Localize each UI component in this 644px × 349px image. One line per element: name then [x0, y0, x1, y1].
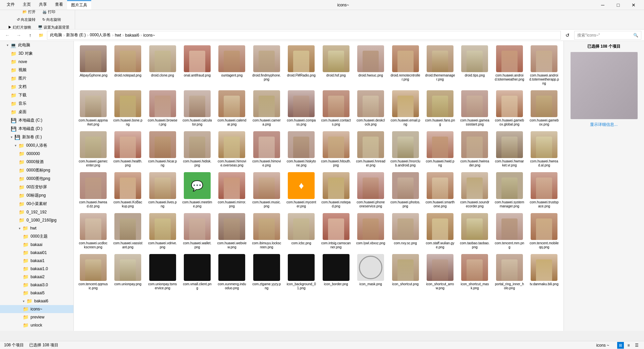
sidebar-item-bakaai6[interactable]: ▾📁bakaai6 [0, 297, 73, 305]
file-item[interactable]: com.icbc.png [285, 211, 318, 251]
sidebar-item-0000biaoqing[interactable]: 📁0000图标png [0, 166, 73, 174]
sidebar-item-bakaai3-0[interactable]: 📁bakaai3.0 [0, 281, 73, 289]
file-item[interactable]: com.huawei.hwread.dz.png [76, 170, 110, 210]
file-item[interactable]: icon_mask.png [354, 252, 387, 292]
sidebar-item-preview[interactable]: 📁preview [0, 313, 73, 321]
file-item[interactable]: com.huawei.hicar.png [146, 130, 179, 169]
file-item[interactable]: com.huawei.hwmarket.vr.png [493, 130, 526, 169]
file-item[interactable]: com.huawei.vassistant.png [111, 211, 144, 251]
file-item[interactable]: com.huawei.vdrive.png [146, 211, 179, 251]
file-item[interactable]: com.huawei.KoBackup.png [111, 170, 144, 210]
sidebar-item-video[interactable]: 📁视频 [0, 66, 73, 74]
file-item[interactable]: com.huawei.lives.png [146, 170, 179, 210]
file-item[interactable]: com.huawei.hwid.png [423, 130, 457, 169]
file-item[interactable]: com.huawei.android.totemwetherapp.png [528, 44, 561, 87]
file-item[interactable]: com.huawei.hidisk.png [180, 130, 214, 169]
back-button[interactable]: ← [3, 31, 12, 40]
file-item[interactable]: com.huawei.fans.png [423, 89, 457, 128]
file-item[interactable]: com.staff.wulian.gye.png [423, 211, 457, 251]
file-item[interactable]: com.huawei.gamebox.png [528, 89, 561, 128]
sidebar-item-0_192_192[interactable]: 📁0_192_192 [0, 208, 73, 216]
sidebar-item-bakaai1-0[interactable]: 📁bakaai1.0 [0, 265, 73, 273]
file-item[interactable]: droid.hwouc.png [354, 44, 387, 87]
sidebar-item-bakaai2[interactable]: 📁bakaai2 [0, 273, 73, 281]
file-item[interactable]: portal_ring_inner_holo.png [493, 252, 526, 292]
refresh-button[interactable]: ↺ [563, 31, 572, 40]
breadcrumb-drive[interactable]: 新加卷 (E:) [66, 32, 86, 38]
file-item[interactable]: icon_border.png [319, 252, 353, 292]
file-item[interactable]: com.huawei.smarthome.png [423, 170, 457, 210]
breadcrumb-folder4[interactable]: icons~ [143, 33, 155, 38]
minimize-button[interactable]: ─ [595, 0, 610, 10]
file-item[interactable]: com.huawei.gamebox.global.png [493, 89, 526, 128]
file-item[interactable]: droid.notepad.png [111, 44, 144, 87]
file-item[interactable]: com.huawei.wallet.png [180, 211, 214, 251]
print-button[interactable]: 🖨️ 打印 [40, 9, 58, 15]
close-button[interactable]: ✕ [626, 0, 641, 10]
set-wallpaper-button[interactable]: 🖥️ 设置为桌面背景 [35, 24, 72, 31]
file-item[interactable]: com.huawei.mirror.png [215, 170, 249, 210]
sidebar-item-bakaai[interactable]: 📁bakaai [0, 241, 73, 249]
ribbon-tab-view[interactable]: 查看 [51, 0, 67, 9]
file-item[interactable]: com.tencent.qqmusic.png [76, 252, 110, 292]
file-item[interactable]: com.huawei.soundrecorder.png [458, 170, 491, 210]
file-item[interactable]: com.huawei.himovie.overseas.png [215, 130, 249, 169]
file-item[interactable]: com.unionpay.tsmservice.png [146, 252, 179, 292]
file-item[interactable]: com.huawei.photos.png [389, 170, 422, 210]
file-item[interactable]: com.vmall.client.png [180, 252, 214, 292]
file-item[interactable]: com.ztgame.yyzy.png [250, 252, 283, 292]
file-item[interactable]: com.huawei.music.png [250, 170, 283, 210]
sidebar-item-0000pic[interactable]: 📁0000辣酒 [0, 158, 73, 166]
ribbon-tab-share[interactable]: 共享 [35, 0, 51, 9]
search-box[interactable]: 🔍 [574, 31, 641, 40]
file-item[interactable]: com.huawei.android.totemweather.png [493, 44, 526, 87]
file-item[interactable]: icon_background_01.png [285, 252, 318, 292]
file-item[interactable]: ountagent.png [215, 44, 249, 87]
sidebar-item-unlock[interactable]: 📁unlock [0, 321, 73, 329]
file-item[interactable]: com.nxy.sc.png [389, 211, 422, 251]
sidebar-item-000000[interactable]: 📁000000 [0, 150, 73, 158]
sidebar-item-nove[interactable]: 📁nove [0, 58, 73, 66]
file-item[interactable]: icon_shortcut_arrow.png [423, 252, 457, 292]
file-item[interactable]: com.huawei.bone.png [111, 89, 144, 128]
file-item[interactable]: ♦com.huawei.mycenter.png [285, 170, 318, 210]
ribbon-tab-file[interactable]: 文件 [3, 0, 19, 9]
up-button[interactable]: ↑ [25, 31, 35, 40]
sidebar-item-0000renxueba[interactable]: ▾📁0000人添爸 [0, 141, 73, 150]
sidebar-item-desktop[interactable]: 📁桌面 [0, 108, 73, 116]
file-item[interactable]: com.huawei.phoneoneservice.png [354, 170, 387, 210]
sidebar-item-hwt[interactable]: ▾📁hwt [0, 224, 73, 232]
sidebar-item-computer[interactable]: ▾💻此电脑 [0, 41, 73, 49]
sidebar-item-0000tubiao[interactable]: 📁0000图包png [0, 174, 73, 183]
list-view-button[interactable]: ≡ [625, 342, 632, 349]
file-item[interactable]: com.huawei.trustspace.png [528, 170, 561, 210]
file-item[interactable]: com.huawei.contacts.png [319, 89, 353, 128]
sidebar-item-newvol-e[interactable]: ▾💾新加卷 (E:) [0, 133, 73, 141]
file-item[interactable]: com.intsig.camscanner.png [319, 211, 353, 251]
sidebar-item-docs[interactable]: 📁文档 [0, 83, 73, 91]
forward-button[interactable]: → [14, 31, 23, 40]
file-item[interactable]: droid.findmyphone.png [250, 44, 283, 87]
ribbon-tab-home[interactable]: 主页 [19, 0, 35, 9]
file-item[interactable]: com.huawei.webview.png [215, 211, 249, 251]
sidebar-item-bakaai5[interactable]: 📁bakaai5 [0, 289, 73, 297]
file-item[interactable]: com.huawei.compass.png [285, 89, 318, 128]
file-item[interactable]: com.huawei.calculator.png [180, 89, 214, 128]
rotate-right-button[interactable]: ↻ 向右旋转 [40, 16, 64, 23]
file-item[interactable]: com.huawei.hitouth.png [319, 130, 353, 169]
file-item[interactable]: com.huawei.hwread.al.png [528, 130, 561, 169]
file-item[interactable]: droid.hsf.png [319, 44, 353, 87]
file-item[interactable]: com.huawei.systemmanager.png [493, 170, 526, 210]
sidebar-item-00xiaocai[interactable]: 📁00小菜素材 [0, 200, 73, 208]
file-item[interactable]: droid.clone.png [146, 44, 179, 87]
breadcrumb-computer[interactable]: 此电脑 [50, 32, 62, 38]
file-item[interactable]: droid.remotecntroller.png [389, 44, 422, 87]
file-item[interactable]: onal.antifraud.png [180, 44, 214, 87]
sidebar-item-bakaai1[interactable]: 📁bakaai1 [0, 257, 73, 265]
maximize-button[interactable]: □ [610, 0, 626, 10]
file-item[interactable]: com.huawei.email.png [389, 89, 422, 128]
file-item[interactable]: droid.thememanager.png [423, 44, 457, 87]
file-item[interactable]: com.huawei.appmarket.png [76, 89, 110, 128]
file-item[interactable]: com.huawei.deskclock.png [354, 89, 387, 128]
content-area[interactable]: .AlipayGphone.png droid.notepad.png droi… [74, 41, 564, 331]
